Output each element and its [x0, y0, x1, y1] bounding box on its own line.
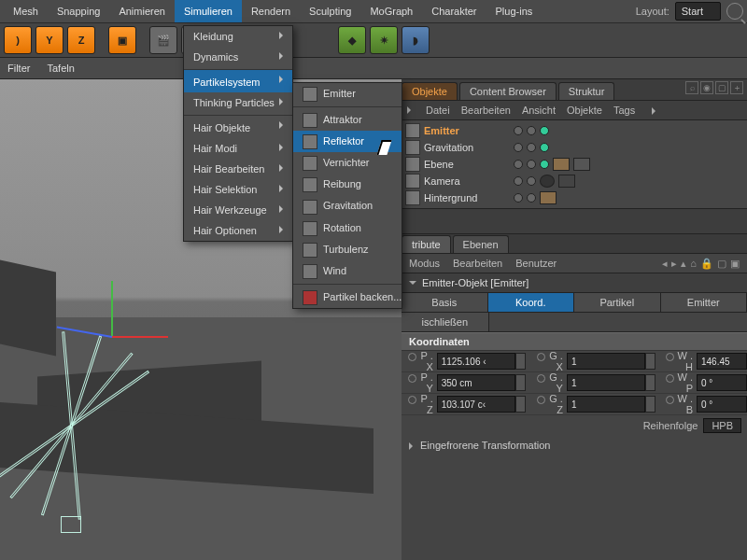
texture-tag-icon[interactable] [553, 158, 570, 171]
tab-content-browser[interactable]: Content Browser [459, 82, 557, 100]
menu-item-hair-modi[interactable]: Hair Modi [184, 138, 292, 159]
submenu-gravitation[interactable]: Gravitation [293, 195, 402, 217]
input-wp[interactable] [697, 374, 747, 391]
object-name[interactable]: Emitter [424, 125, 510, 136]
nav-back-icon[interactable]: ◂ [662, 258, 668, 270]
object-name[interactable]: Gravitation [424, 142, 510, 153]
search-icon[interactable]: ⌕ [685, 81, 698, 94]
btab-basis[interactable]: Basis [402, 293, 488, 312]
submenu-emitter[interactable]: Emitter [293, 83, 402, 105]
menu-item-dynamics[interactable]: Dynamics [184, 47, 292, 67]
primitive-icon[interactable]: ◆ [338, 26, 366, 54]
input-gx[interactable] [567, 353, 645, 370]
nav-fwd-icon[interactable]: ▸ [671, 258, 677, 270]
object-name[interactable]: Hintergrund [424, 192, 510, 203]
home-icon[interactable]: ⌂ [690, 258, 697, 270]
render-dot[interactable] [527, 126, 536, 135]
btab-emitter[interactable]: Emitter [661, 293, 748, 312]
menu-sculpting[interactable]: Sculpting [300, 0, 360, 22]
object-row-ebene[interactable]: Ebene [405, 156, 743, 173]
menu-plugins[interactable]: Plug-ins [486, 0, 543, 22]
menu-item-thinking-particles[interactable]: Thinking Particles [184, 92, 292, 113]
object-name[interactable]: Ebene [424, 159, 510, 170]
input-py[interactable] [437, 374, 515, 391]
menu-simulieren[interactable]: Simulieren [175, 0, 242, 22]
subbar-tafeln[interactable]: Tafeln [47, 63, 74, 74]
deformer-icon[interactable]: ◗ [402, 26, 430, 54]
object-row-hintergrund[interactable]: Hintergrund [405, 189, 743, 206]
visibility-dot[interactable] [514, 160, 523, 169]
om-menu-datei[interactable]: Datei [426, 105, 450, 116]
tab-attribute[interactable]: tribute [402, 235, 451, 253]
om-menu-objekte[interactable]: Objekte [567, 105, 602, 116]
frozen-transform-toggle[interactable]: Eingefrorene Transformation [402, 436, 747, 455]
axis-z-button[interactable]: Z [67, 26, 95, 54]
visibility-dot[interactable] [514, 176, 523, 186]
spinner-icon[interactable] [645, 353, 655, 370]
render-dot[interactable] [527, 193, 536, 203]
attr-menu-bearbeiten[interactable]: Bearbeiten [453, 258, 502, 269]
menu-snapping[interactable]: Snapping [48, 0, 110, 22]
submenu-wind[interactable]: Wind [293, 260, 402, 282]
input-wb[interactable] [697, 396, 747, 413]
object-row-emitter[interactable]: Emitter [405, 122, 743, 139]
om-menu-ansicht[interactable]: Ansicht [522, 105, 556, 116]
tab-objekte[interactable]: Objekte [402, 82, 458, 100]
axis-x-button[interactable]: ) [4, 26, 32, 54]
enable-dot[interactable] [540, 143, 549, 152]
submenu-attraktor[interactable]: Attraktor [293, 106, 402, 131]
new-icon[interactable]: ▢ [717, 258, 726, 270]
search-icon[interactable] [726, 3, 743, 20]
menu-item-hair-optionen[interactable]: Hair Optionen [184, 220, 292, 241]
spinner-icon[interactable] [515, 353, 526, 370]
menu-item-hair-selektion[interactable]: Hair Selektion [184, 179, 292, 200]
maximize-icon[interactable]: ▢ [715, 81, 728, 94]
input-gz[interactable] [567, 396, 645, 413]
input-gy[interactable] [567, 374, 645, 391]
btab-partikel[interactable]: Partikel [574, 293, 661, 312]
visibility-dot[interactable] [514, 193, 523, 203]
menu-item-hair-objekte[interactable]: Hair Objekte [184, 115, 292, 138]
object-row-gravitation[interactable]: Gravitation [405, 139, 743, 156]
object-name[interactable]: Kamera [424, 175, 510, 187]
render-dot[interactable] [527, 143, 536, 152]
tab-struktur[interactable]: Struktur [558, 82, 615, 100]
eye-icon[interactable]: ◉ [700, 81, 713, 94]
clapper-icon[interactable]: 🎬 [149, 26, 177, 54]
compositing-tag-icon[interactable] [573, 158, 590, 171]
cube-icon[interactable]: ▣ [108, 26, 136, 54]
layout-select[interactable]: Start [675, 2, 721, 21]
menu-item-kleidung[interactable]: Kleidung [184, 26, 292, 47]
chevron-right-icon[interactable] [646, 105, 659, 116]
submenu-turbulenz[interactable]: Turbulenz [293, 239, 402, 260]
protection-tag-icon[interactable] [558, 175, 575, 188]
render-dot[interactable] [527, 160, 536, 169]
menu-item-hair-werkzeuge[interactable]: Hair Werkzeuge [184, 200, 292, 220]
input-wh[interactable] [697, 353, 747, 370]
plus-icon[interactable]: ＋ [730, 81, 743, 94]
menu-rendern[interactable]: Rendern [242, 0, 300, 22]
om-menu-bearbeiten[interactable]: Bearbeiten [461, 105, 511, 116]
target-tag-icon[interactable] [540, 175, 555, 188]
menu-animieren[interactable]: Animieren [109, 0, 175, 22]
attr-menu-modus[interactable]: Modus [409, 258, 440, 269]
spinner-icon[interactable] [645, 396, 655, 413]
submenu-partikel-backen[interactable]: Partikel backen... [293, 284, 402, 308]
spinner-icon[interactable] [645, 374, 655, 391]
attr-menu-benutzer[interactable]: Benutzer [515, 258, 557, 269]
enable-dot[interactable] [540, 126, 549, 135]
spline-icon[interactable]: ✴ [370, 26, 398, 54]
input-px[interactable] [437, 353, 515, 370]
subbar-filter[interactable]: Filter [7, 63, 30, 74]
menu-mograph[interactable]: MoGraph [360, 0, 422, 22]
menu-item-partikelsystem[interactable]: Partikelsystem [184, 69, 292, 92]
menu-item-hair-bearbeiten[interactable]: Hair Bearbeiten [184, 159, 292, 179]
maximize-icon[interactable]: ▣ [730, 258, 740, 270]
visibility-dot[interactable] [514, 143, 523, 152]
btab-koord[interactable]: Koord. [488, 293, 575, 312]
texture-tag-icon[interactable] [540, 191, 557, 204]
submenu-rotation[interactable]: Rotation [293, 217, 402, 239]
menu-charakter[interactable]: Charakter [422, 0, 486, 22]
chevron-right-icon[interactable] [407, 106, 415, 114]
render-dot[interactable] [527, 176, 536, 186]
